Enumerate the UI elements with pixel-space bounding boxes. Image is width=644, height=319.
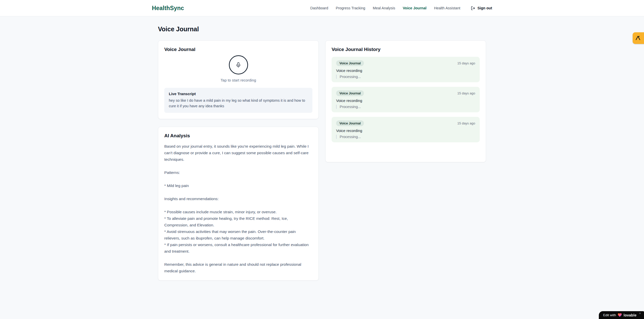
history-item-header: Voice Journal 15 days ago xyxy=(336,90,475,96)
entry-status: Processing... xyxy=(336,75,475,79)
microphone-icon xyxy=(235,62,241,68)
left-column: Voice Journal Tap to start recording Liv… xyxy=(158,40,319,281)
history-item-header: Voice Journal 15 days ago xyxy=(336,120,475,126)
mic-section: Tap to start recording xyxy=(164,55,312,82)
nav-meal-analysis[interactable]: Meal Analysis xyxy=(373,6,395,10)
history-item[interactable]: Voice Journal 15 days ago Voice recordin… xyxy=(332,117,480,142)
close-icon[interactable]: × xyxy=(639,311,641,315)
lovable-badge[interactable]: Edit with lovable × xyxy=(599,311,644,319)
entry-type-badge: Voice Journal xyxy=(336,60,364,66)
entry-label: Voice recording xyxy=(336,98,475,103)
entry-label: Voice recording xyxy=(336,128,475,133)
heart-icon xyxy=(618,313,622,317)
history-card-title: Voice Journal History xyxy=(332,47,480,52)
sign-out-label: Sign out xyxy=(477,6,492,10)
log-out-icon xyxy=(471,6,475,10)
entry-status: Processing... xyxy=(336,105,475,109)
nav-voice-journal[interactable]: Voice Journal xyxy=(403,6,426,10)
nav-health-assistant[interactable]: Health Assistant xyxy=(434,6,460,10)
live-transcript-box: Live Transcript hey so like I do have a … xyxy=(164,88,312,113)
record-button[interactable] xyxy=(229,55,248,74)
entry-label: Voice recording xyxy=(336,68,475,73)
ai-analysis-card: AI Analysis Based on your journal entry,… xyxy=(158,127,319,281)
header: HealthSync Dashboard Progress Tracking M… xyxy=(0,0,644,16)
content-grid: Voice Journal Tap to start recording Liv… xyxy=(158,40,486,281)
main-nav: Dashboard Progress Tracking Meal Analysi… xyxy=(310,6,492,10)
history-item-header: Voice Journal 15 days ago xyxy=(336,60,475,66)
lambda-logo-icon xyxy=(635,35,641,41)
app-logo[interactable]: HealthSync xyxy=(152,5,184,12)
history-item[interactable]: Voice Journal 15 days ago Voice recordin… xyxy=(332,87,480,112)
entry-timestamp: 15 days ago xyxy=(457,61,475,65)
entry-status: Processing... xyxy=(336,135,475,139)
header-inner: HealthSync Dashboard Progress Tracking M… xyxy=(152,0,492,16)
entry-timestamp: 15 days ago xyxy=(457,121,475,125)
entry-timestamp: 15 days ago xyxy=(457,91,475,95)
live-transcript-title: Live Transcript xyxy=(169,92,308,96)
recorder-card: Voice Journal Tap to start recording Liv… xyxy=(158,40,319,119)
nav-progress-tracking[interactable]: Progress Tracking xyxy=(336,6,365,10)
ai-analysis-body: Based on your journal entry, it sounds l… xyxy=(164,143,312,274)
ai-analysis-title: AI Analysis xyxy=(164,133,312,139)
page-title: Voice Journal xyxy=(158,25,486,33)
history-item[interactable]: Voice Journal 15 days ago Voice recordin… xyxy=(332,57,480,82)
history-card: Voice Journal History Voice Journal 15 d… xyxy=(325,40,486,162)
recorder-card-title: Voice Journal xyxy=(164,47,312,52)
sign-out-button[interactable]: Sign out xyxy=(471,6,492,10)
extension-badge[interactable] xyxy=(633,32,644,44)
main-content: Voice Journal Voice Journal Tap to start… xyxy=(158,16,486,281)
entry-type-badge: Voice Journal xyxy=(336,120,364,126)
right-column: Voice Journal History Voice Journal 15 d… xyxy=(325,40,486,162)
lovable-prefix-label: Edit with xyxy=(603,313,616,317)
nav-dashboard[interactable]: Dashboard xyxy=(310,6,328,10)
entry-type-badge: Voice Journal xyxy=(336,90,364,96)
live-transcript-text: hey so like I do have a mild pain in my … xyxy=(169,98,308,109)
record-hint: Tap to start recording xyxy=(221,78,256,82)
lovable-brand-label: lovable xyxy=(624,313,636,317)
